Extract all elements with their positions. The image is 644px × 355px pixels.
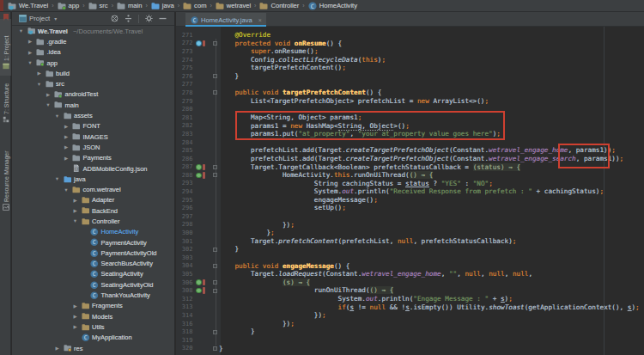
settings-gear-icon[interactable] bbox=[145, 15, 153, 22]
tree-item-controller[interactable]: ▼Controller bbox=[12, 216, 174, 226]
tree-item-label: ThankYouActivity bbox=[101, 291, 150, 299]
svg-text:C: C bbox=[93, 250, 96, 257]
fold-marker-icon[interactable] bbox=[213, 165, 217, 169]
tree-item-java[interactable]: ▼java bbox=[12, 174, 174, 184]
tree-item-app[interactable]: ▼app bbox=[12, 58, 174, 68]
tree-expand-icon[interactable]: ▶ bbox=[71, 208, 79, 213]
tree-expand-icon[interactable]: ▼ bbox=[27, 60, 34, 65]
fold-marker-icon[interactable] bbox=[213, 264, 217, 268]
tree-expand-icon[interactable]: ▶ bbox=[35, 70, 43, 76]
code-editor[interactable]: 271 @Override272 protected void onResume… bbox=[176, 27, 644, 355]
collapse-all-icon[interactable] bbox=[125, 15, 132, 22]
tree-expand-icon[interactable]: ▶ bbox=[63, 155, 70, 160]
tree-item-homeactivity[interactable]: CHomeActivity bbox=[12, 227, 174, 237]
breadcrumb-item-src[interactable]: src bbox=[88, 2, 108, 10]
tree-expand-icon[interactable]: ▶ bbox=[71, 324, 79, 329]
fold-slot bbox=[205, 105, 219, 113]
breadcrumb-item-java[interactable]: java bbox=[151, 2, 174, 10]
tree-item-we-travel[interactable]: ▼We.Travel~/Documents/We.Travel bbox=[12, 26, 174, 36]
stripe-button--structure[interactable]: 7: Structure bbox=[0, 80, 11, 127]
breadcrumb-item-wetravel[interactable]: wetravel bbox=[216, 2, 251, 10]
tree-item-backend[interactable]: ▶BackEnd bbox=[12, 205, 174, 216]
tree-item--gradle[interactable]: ▶.gradle bbox=[12, 36, 174, 46]
tree-expand-icon[interactable]: ▶ bbox=[27, 39, 34, 44]
fold-slot bbox=[205, 31, 219, 40]
stripe-button--project[interactable]: 1: Project bbox=[0, 21, 11, 74]
tree-expand-icon[interactable]: ▶ bbox=[71, 197, 79, 202]
implement-method-icon[interactable] bbox=[196, 279, 202, 285]
override-method-icon[interactable] bbox=[196, 40, 202, 46]
tree-item--idea[interactable]: ▶.idea bbox=[12, 47, 174, 58]
breadcrumb-item-we.travel[interactable]: We.Travel bbox=[8, 2, 48, 10]
tree-item-searchbusactivity[interactable]: CSearchBusActivity bbox=[12, 259, 174, 269]
tree-item-assets[interactable]: ▼assets bbox=[12, 110, 174, 120]
tree-item-paymentactivity[interactable]: CPaymentActivity bbox=[12, 237, 174, 248]
tree-expand-icon[interactable]: ▶ bbox=[27, 49, 34, 54]
tree-expand-icon[interactable]: ▼ bbox=[53, 113, 61, 118]
tree-expand-icon[interactable]: ▶ bbox=[53, 346, 61, 351]
tree-item-fragments[interactable]: ▶Fragments bbox=[12, 301, 174, 311]
fold-slot bbox=[205, 303, 219, 312]
tree-expand-icon[interactable]: ▼ bbox=[71, 218, 79, 223]
implement-method-icon[interactable] bbox=[196, 164, 202, 170]
tree-item-label: Utils bbox=[92, 323, 105, 331]
tree-item-models[interactable]: ▶Models bbox=[12, 311, 174, 321]
tree-item-images[interactable]: ▶IMAGES bbox=[12, 132, 174, 142]
tree-expand-icon[interactable]: ▶ bbox=[45, 91, 52, 96]
tree-expand-icon[interactable]: ▼ bbox=[53, 176, 61, 181]
fold-marker-icon[interactable] bbox=[213, 289, 217, 293]
breadcrumb-item-com[interactable]: com bbox=[183, 2, 206, 10]
tree-expand-icon[interactable]: ▶ bbox=[63, 123, 70, 128]
fold-marker-icon[interactable] bbox=[213, 173, 217, 177]
locate-icon[interactable] bbox=[111, 15, 118, 22]
tree-item-androidtest[interactable]: ▶androidTest bbox=[12, 89, 174, 100]
stripe-button-resource-manager[interactable]: Resource Manager bbox=[0, 148, 11, 215]
gutter-icon-slot bbox=[193, 237, 205, 246]
tree-expand-icon[interactable]: ▼ bbox=[17, 28, 25, 34]
breadcrumb-item-controller[interactable]: Controller bbox=[259, 2, 299, 10]
tree-item-utils[interactable]: ▶Utils bbox=[12, 321, 174, 332]
tree-item-paymentactivityold[interactable]: CPaymentActivityOld bbox=[12, 248, 174, 258]
chevron-down-icon[interactable]: ▾ bbox=[54, 15, 57, 21]
tree-item-adbmobileconfig-json[interactable]: {}ADBMobileConfig.json bbox=[12, 163, 174, 174]
tree-expand-icon[interactable]: ▶ bbox=[71, 303, 79, 308]
tree-item-thankyouactivity[interactable]: CThankYouActivity bbox=[12, 290, 174, 300]
tree-expand-icon[interactable]: ▶ bbox=[63, 144, 70, 150]
fold-marker-icon[interactable] bbox=[213, 74, 217, 78]
svg-text:C: C bbox=[93, 282, 96, 289]
breadcrumb-label: Controller bbox=[270, 2, 299, 9]
fold-marker-icon[interactable] bbox=[213, 248, 217, 252]
tree-item-src[interactable]: ▼src bbox=[12, 78, 174, 89]
tree-expand-icon[interactable]: ▼ bbox=[45, 102, 52, 107]
fold-marker-icon[interactable] bbox=[213, 346, 217, 351]
tree-expand-icon[interactable]: ▶ bbox=[63, 134, 70, 139]
tree-item-adapter[interactable]: ▶Adapter bbox=[12, 195, 174, 205]
tree-item-myapplication[interactable]: CMyApplication bbox=[12, 333, 174, 343]
tree-item-main[interactable]: ▼main bbox=[12, 100, 174, 110]
tree-item-seatingactivity[interactable]: CSeatingActivity bbox=[12, 269, 174, 279]
fold-marker-icon[interactable] bbox=[213, 330, 217, 334]
fold-marker-icon[interactable] bbox=[213, 90, 217, 95]
implement-method-icon[interactable] bbox=[196, 288, 202, 294]
tree-expand-icon[interactable]: ▼ bbox=[35, 81, 43, 86]
tree-item-com-wetravel[interactable]: ▼com.wetravel bbox=[12, 184, 174, 194]
breadcrumb-item-homeactivity[interactable]: CHomeActivity bbox=[308, 2, 357, 10]
tab-close-icon[interactable]: × bbox=[258, 17, 262, 23]
implement-method-icon[interactable] bbox=[196, 173, 202, 179]
tree-item-font[interactable]: ▶FONT bbox=[12, 121, 174, 132]
hide-panel-icon[interactable] bbox=[159, 15, 167, 22]
project-panel-title[interactable]: Project bbox=[29, 15, 50, 22]
tree-item-payments[interactable]: ▶Payments bbox=[12, 153, 174, 163]
tree-item-res[interactable]: ▶res bbox=[12, 343, 174, 353]
code-line-300: 300 }; bbox=[176, 229, 644, 237]
tree-item-build[interactable]: ▶build bbox=[12, 68, 174, 78]
tree-item-seatingactivityold[interactable]: CSeatingActivityOld bbox=[12, 279, 174, 290]
breadcrumb-item-app[interactable]: app bbox=[58, 2, 80, 10]
tree-expand-icon[interactable]: ▶ bbox=[71, 314, 79, 319]
editor-tab-homeactivity[interactable]: C HomeActivity.java × bbox=[185, 13, 266, 27]
tree-expand-icon[interactable]: ▼ bbox=[63, 187, 70, 192]
breadcrumb-item-main[interactable]: main bbox=[117, 2, 142, 10]
fold-marker-icon[interactable] bbox=[213, 280, 217, 285]
fold-marker-icon[interactable] bbox=[213, 41, 217, 46]
tree-item-json[interactable]: ▶JSON bbox=[12, 142, 174, 152]
